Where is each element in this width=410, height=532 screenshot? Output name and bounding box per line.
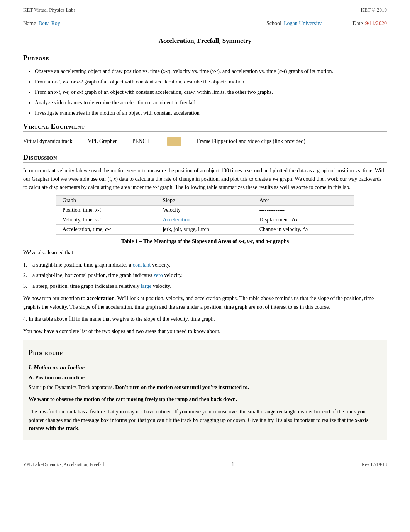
footer: VPL Lab -Dynamics, Acceleration, Freefal… (0, 456, 410, 473)
table-caption: Table 1 – The Meanings of the Slopes and… (23, 238, 387, 245)
num-3: 3. (23, 282, 30, 291)
table-header-area: Area (253, 196, 354, 206)
date-field: Date 9/11/2020 (352, 20, 387, 27)
table-row-1: Position, time, x-t Velocity -----------… (56, 206, 354, 215)
slopes-table: Graph Slope Area Position, time, x-t Vel… (56, 195, 354, 235)
num-1: 1. (23, 261, 30, 269)
table-row-2: Velocity, time, v-t Acceleration Displac… (56, 215, 354, 225)
top-bar-right: KET © 2019 (361, 7, 387, 13)
table-cell-slope-1: Velocity (156, 206, 253, 215)
equip-pencil-label: PENCIL (132, 138, 151, 144)
discussion-heading: Discussion (23, 153, 387, 163)
item-1-text: a straight-line position, time graph ind… (32, 261, 171, 269)
numbered-item-2: 2. a straight-line, horizontal position,… (23, 271, 387, 280)
footer-left: VPL Lab -Dynamics, Acceleration, Freefal… (23, 462, 104, 467)
num-2: 2. (23, 271, 30, 280)
procedure-section1-heading: I. Motion on an Incline (29, 364, 381, 371)
table-cell-slope-2: Acceleration (156, 215, 253, 225)
purpose-heading: Purpose (23, 54, 387, 63)
item-2-highlight: zero (154, 272, 163, 278)
pencil-icon (167, 137, 181, 146)
item-3-text: a steep, position, time graph indicates … (32, 282, 171, 291)
top-bar: KET Virtual Physics Labs KET © 2019 (0, 0, 410, 17)
school-label: School (266, 20, 281, 27)
equip-frame-flipper: Frame Flipper tool and video clips (link… (197, 138, 305, 144)
table-header-graph: Graph (56, 196, 156, 206)
item-3-highlight: large (141, 283, 152, 289)
table-cell-slope-3: jerk, jolt, surge, lurch (156, 225, 253, 235)
table-header-slope: Slope (156, 196, 253, 206)
table-cell-area-2: Displacement, Δx (253, 215, 354, 225)
procedure-para2: We want to observe the motion of the car… (29, 395, 381, 404)
purpose-item-1: Observe an accelerating object and draw … (35, 67, 387, 75)
discussion-para5: You now have a complete list of the two … (23, 327, 387, 336)
numbered-item-1: 1. a straight-line position, time graph … (23, 261, 387, 269)
procedure-subA-heading: A. Position on an incline (29, 375, 381, 381)
doc-title: Acceleration, Freefall, Symmetry (0, 30, 410, 49)
discussion-para3: We now turn our attention to acceleratio… (23, 294, 387, 311)
table-cell-area-1: -------------- (253, 206, 354, 215)
virtual-equipment-heading: Virtual Equipment (23, 122, 387, 132)
top-bar-left: KET Virtual Physics Labs (23, 7, 76, 13)
purpose-list: Observe an accelerating object and draw … (35, 67, 387, 117)
school-field: School Logan University (266, 20, 322, 27)
name-field: Name Dena Roy (23, 20, 60, 27)
item-1-highlight: constant (133, 262, 151, 268)
discussion-para2: We've also learned that (23, 248, 387, 257)
purpose-item-5: Investigate symmetries in the motion of … (35, 109, 387, 117)
footer-page-number: 1 (232, 461, 234, 467)
discussion-para4: 4. In the table above fill in the name t… (23, 315, 387, 323)
info-row: Name Dena Roy School Logan University Da… (0, 17, 410, 30)
procedure-heading: Procedure (29, 349, 381, 358)
purpose-item-4: Analyze video frames to determine the ac… (35, 99, 387, 107)
table-cell-graph-3: Acceleration, time, a-t (56, 225, 156, 235)
name-value: Dena Roy (38, 20, 60, 27)
table-cell-graph-1: Position, time, x-t (56, 206, 156, 215)
purpose-item-3: From an x-t, v-t, or a-t graph of an obj… (35, 88, 387, 96)
procedure-para1: Start up the Dynamics Track apparatus. D… (29, 383, 381, 392)
equip-grapher: VPL Grapher (88, 138, 117, 144)
procedure-section: Procedure I. Motion on an Incline A. Pos… (23, 340, 387, 440)
date-label: Date (352, 20, 363, 27)
table-cell-graph-2: Velocity, time, v-t (56, 215, 156, 225)
numbered-item-3: 3. a steep, position, time graph indicat… (23, 282, 387, 291)
school-value: Logan University (284, 20, 322, 27)
equip-track: Virtual dynamics track (23, 138, 72, 144)
table-row-3: Acceleration, time, a-t jerk, jolt, surg… (56, 225, 354, 235)
procedure-para3: The low-friction track has a feature tha… (29, 408, 381, 433)
name-label: Name (23, 20, 36, 27)
date-value: 9/11/2020 (365, 20, 387, 27)
footer-right: Rev 12/19/18 (362, 462, 387, 467)
purpose-item-2: From an x-t, v-t, or a-t graph of an obj… (35, 78, 387, 86)
item-2-text: a straight-line, horizontal position, ti… (32, 271, 183, 280)
equipment-row: Virtual dynamics track VPL Grapher PENCI… (23, 136, 387, 148)
table-cell-area-3: Change in velocity, Δv (253, 225, 354, 235)
discussion-para1: In our constant velocity lab we used the… (23, 167, 387, 192)
